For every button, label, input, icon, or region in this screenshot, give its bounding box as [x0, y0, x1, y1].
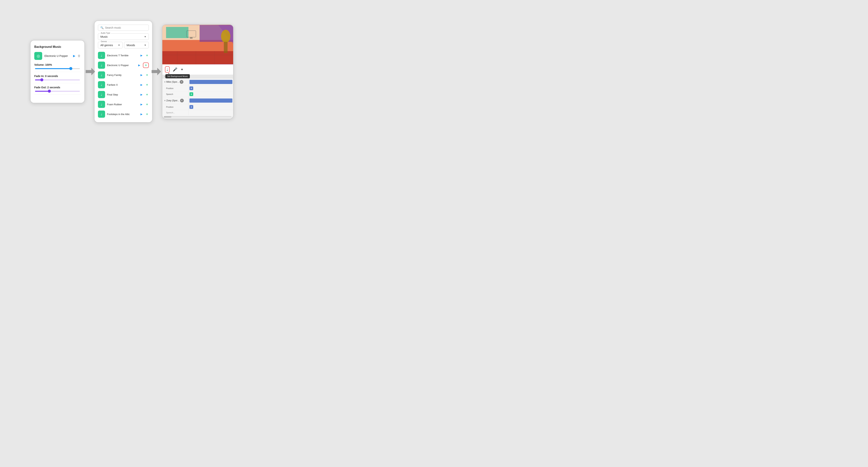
microphone-toolbar-button[interactable]: 🎤	[173, 67, 177, 72]
position-mike-label: Position	[166, 87, 174, 89]
toolbar-icons: ♩ Set Background Music 🎤 ✦	[162, 64, 233, 75]
middle-panel: 🔍 Audio Type Music ▼ Genres All genres ▼…	[94, 21, 153, 123]
list-item: ♩ Electronic U Popper ▶ +	[98, 61, 149, 69]
svg-rect-11	[224, 42, 228, 53]
arrow-shape-2	[152, 68, 161, 75]
moods-value: Moods	[127, 43, 135, 47]
search-icon: 🔍	[100, 26, 103, 29]
track-delete-button[interactable]: 🗑	[78, 54, 81, 58]
music-item-name: Fanfare X	[107, 84, 138, 86]
position-zoey-add-button[interactable]: +	[189, 105, 193, 109]
background-music-title: Background Music	[34, 45, 81, 49]
track-label-position-mike: Position	[162, 86, 189, 91]
timeline-track-speech-mike: Speech +	[162, 91, 233, 97]
video-preview-svg	[162, 25, 233, 64]
timeline-track-speech-zoey: Speech...	[162, 110, 233, 116]
track-label-mike: ∨ Mike (Spor... ▾	[162, 79, 189, 85]
music-add-button[interactable]: +	[145, 93, 149, 97]
track-bar-area-position-zoey: +	[189, 104, 233, 110]
music-add-button[interactable]: +	[145, 83, 149, 87]
svg-rect-13	[190, 37, 192, 39]
music-item-name: Foam Rubber	[107, 103, 138, 106]
music-add-button-highlighted[interactable]: +	[143, 63, 149, 68]
audio-type-arrow-icon: ▼	[144, 35, 146, 38]
speech-mike-add-button[interactable]: +	[189, 92, 193, 96]
genres-row: Genres All genres ▼ Moods ▼	[98, 42, 149, 49]
music-add-button[interactable]: +	[145, 112, 149, 116]
mike-collapse-button[interactable]: ▾	[180, 80, 183, 84]
fade-out-label: Fade Out: 2 seconds	[34, 86, 81, 89]
audio-type-dropdown[interactable]: Audio Type Music ▼	[98, 33, 149, 40]
volume-slider-container	[34, 68, 81, 69]
music-play-button[interactable]: ▶	[137, 64, 141, 67]
timeline-track-position-zoey: Position +	[162, 104, 233, 110]
position-mike-add-button[interactable]: +	[189, 87, 193, 90]
music-play-button[interactable]: ▶	[140, 103, 143, 106]
track-label-zoey-text: Zoey (Spor...	[166, 99, 179, 102]
svg-point-10	[221, 30, 230, 42]
music-play-button[interactable]: ▶	[140, 93, 143, 96]
volume-slider-thumb[interactable]	[69, 67, 72, 70]
track-bar-area-speech-mike: +	[189, 91, 233, 97]
moods-dropdown[interactable]: Moods ▼	[124, 42, 149, 49]
left-panel: Background Music ◎ Electronic U Popper ▶…	[30, 40, 85, 103]
music-item-icon: ♩	[98, 52, 105, 59]
fade-in-slider-thumb[interactable]	[40, 78, 43, 81]
right-panel: ♩ Set Background Music 🎤 ✦ 0:00 ∨ Mike (…	[162, 25, 234, 119]
music-item-name: Fancy Family	[107, 74, 138, 76]
track-play-button[interactable]: ▶	[73, 54, 75, 58]
speech-mike-label: Speech	[166, 93, 173, 95]
music-tooltip: Set Background Music	[165, 74, 190, 78]
genres-dropdown[interactable]: Genres All genres ▼	[98, 42, 123, 49]
timeline-area: 0:00 ∨ Mike (Spor... ▾ Position	[162, 75, 233, 118]
audio-type-value: Music	[100, 35, 108, 38]
genres-value: All genres	[100, 43, 113, 47]
music-item-icon: ♩	[98, 62, 105, 69]
music-play-button[interactable]: ▶	[140, 73, 143, 76]
track-label-position-zoey: Position	[162, 104, 189, 110]
fade-in-slider-track[interactable]	[35, 80, 80, 81]
chevron-down-icon-2: ∨	[164, 99, 165, 101]
music-add-button[interactable]: +	[145, 54, 149, 57]
track-bar-mike	[189, 80, 232, 84]
music-play-button[interactable]: ▶	[140, 113, 143, 116]
fade-out-slider-container	[34, 91, 81, 92]
timeline-scrollbar-thumb[interactable]	[164, 116, 172, 118]
music-add-button[interactable]: +	[145, 102, 149, 106]
music-item-icon: ♩	[98, 101, 105, 108]
music-item-name: Footsteps in the Attic	[107, 113, 138, 116]
list-item: ♩ Fancy Family ▶ +	[98, 71, 149, 79]
track-row: ◎ Electronic U Popper ▶ 🗑	[34, 52, 81, 60]
music-play-button[interactable]: ▶	[140, 83, 143, 86]
volume-slider-track[interactable]	[35, 68, 80, 69]
timeline-scrollbar[interactable]	[164, 116, 231, 118]
video-preview	[162, 25, 233, 64]
music-list: ♩ Electronic T Terrible ▶ + ♩ Electronic…	[98, 51, 149, 119]
track-label-speech-mike: Speech	[162, 92, 189, 97]
arrow-connector-2	[151, 68, 162, 75]
track-bar-area-mike	[189, 79, 233, 85]
music-item-name: Electronic U Popper	[107, 64, 135, 67]
fade-out-slider-track[interactable]	[35, 91, 80, 92]
chevron-down-icon: ∨	[164, 81, 165, 83]
track-bar-zoey	[189, 98, 232, 103]
track-label-mike-text: Mike (Spor...	[166, 81, 179, 83]
genres-label: Genres	[100, 40, 108, 42]
zoey-collapse-button[interactable]: ▾	[180, 99, 184, 102]
track-bar-area-position-mike: +	[189, 86, 233, 91]
list-item: ♩ Electronic T Terrible ▶ +	[98, 51, 149, 60]
audio-type-label: Audio Type	[100, 32, 111, 34]
music-play-button[interactable]: ▶	[140, 54, 143, 57]
music-toolbar-button[interactable]: ♩ Set Background Music	[165, 66, 170, 73]
music-add-button[interactable]: +	[145, 73, 149, 77]
fade-out-slider-thumb[interactable]	[48, 90, 51, 93]
list-item: ♩ Footsteps in the Attic ▶ +	[98, 110, 149, 119]
music-item-icon: ♩	[98, 81, 105, 88]
music-item-icon: ♩	[98, 91, 105, 98]
search-box[interactable]: 🔍	[98, 25, 149, 31]
track-icon: ◎	[34, 52, 42, 60]
svg-rect-2	[162, 51, 233, 64]
search-input[interactable]	[105, 26, 146, 29]
brightness-toolbar-button[interactable]: ✦	[180, 67, 184, 72]
music-item-name: Electronic T Terrible	[107, 54, 138, 57]
